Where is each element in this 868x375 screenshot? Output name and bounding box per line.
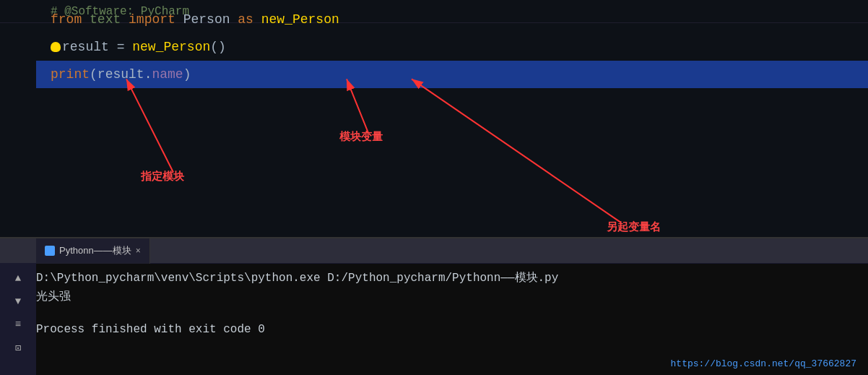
kw-new-person-def: new_Person <box>261 12 339 27</box>
kw-print: print <box>51 67 90 82</box>
tab-icon <box>45 246 55 256</box>
kw-text: text <box>90 12 121 27</box>
terminal-up-button[interactable]: ▲ <box>9 270 27 287</box>
terminal-command-line: D:\Python_pycharm\venv\Scripts\python.ex… <box>36 270 859 288</box>
terminal-sidebar: ▲ ▼ ≡ ⊡ <box>0 264 36 375</box>
kw-parens: () <box>210 40 226 54</box>
tab-item[interactable]: Pythonn——模块 × <box>36 238 150 264</box>
blog-url: https://blog.csdn.net/qq_37662827 <box>671 358 856 369</box>
kw-person: Person <box>183 12 230 27</box>
tab-close-button[interactable]: × <box>136 246 141 256</box>
annotation-variable: 模块变量 <box>339 130 383 144</box>
kw-result: result <box>62 40 109 54</box>
code-content: from text import Person as new_Person re… <box>36 0 868 237</box>
terminal-pin-button[interactable]: ⊡ <box>9 339 27 356</box>
terminal-output-3: Process finished with exit code 0 <box>36 321 859 340</box>
kw-equals: = <box>117 40 125 54</box>
kw-from: from <box>51 12 82 27</box>
terminal-output-1: 光头强 <box>36 288 859 307</box>
kw-result-ref: result <box>97 67 144 82</box>
annotation-alias: 另起变量名 <box>607 220 661 234</box>
tab-label: Pythonn——模块 <box>59 244 131 257</box>
annotation-module: 指定模块 <box>141 170 184 184</box>
code-line-1: from text import Person as new_Person <box>36 6 868 33</box>
kw-open-paren: ( <box>90 67 97 82</box>
terminal-output-2 <box>36 306 859 321</box>
lightbulb-icon <box>51 42 61 52</box>
terminal-menu-button[interactable]: ≡ <box>9 316 27 333</box>
kw-as: as <box>238 12 253 27</box>
terminal-output: D:\Python_pycharm\venv\Scripts\python.ex… <box>36 270 859 340</box>
kw-name-attr: name <box>152 67 183 82</box>
terminal-area: ▲ ▼ ≡ ⊡ D:\Python_pycharm\venv\Scripts\p… <box>0 264 868 375</box>
code-line-2: result = new_Person () <box>36 33 868 61</box>
tab-bar: Pythonn——模块 × <box>0 238 868 264</box>
code-line-3: print ( result . name ) <box>36 61 868 88</box>
kw-import: import <box>129 12 175 27</box>
editor-area: # @Software: PyCharm from text import Pe… <box>0 0 868 238</box>
kw-dot: . <box>144 67 152 82</box>
kw-new-person-call: new_Person <box>132 40 210 54</box>
terminal-down-button[interactable]: ▼ <box>9 293 27 310</box>
kw-close-paren: ) <box>183 67 191 82</box>
